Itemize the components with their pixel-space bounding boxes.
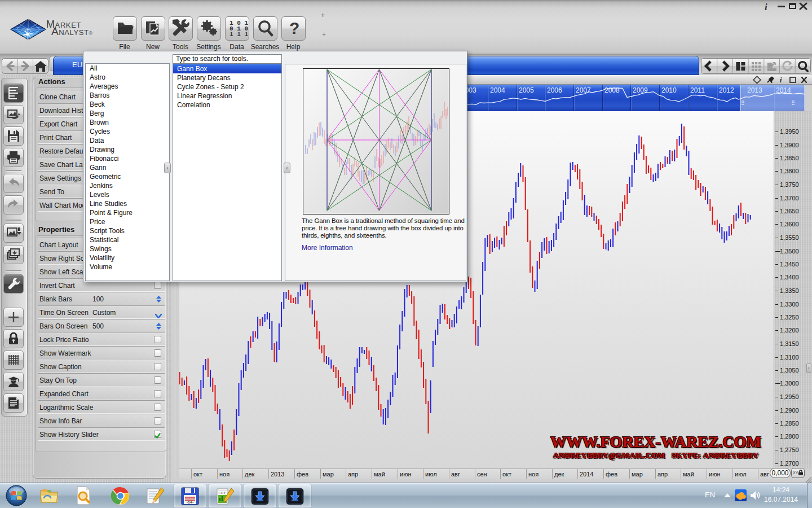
- svg-text:?: ?: [289, 19, 299, 37]
- svg-text:i: i: [780, 76, 782, 84]
- svg-text:-64-: -64-: [187, 500, 194, 504]
- svg-text:1 1 1: 1 1 1: [230, 31, 248, 38]
- svg-text:++: ++: [220, 491, 226, 496]
